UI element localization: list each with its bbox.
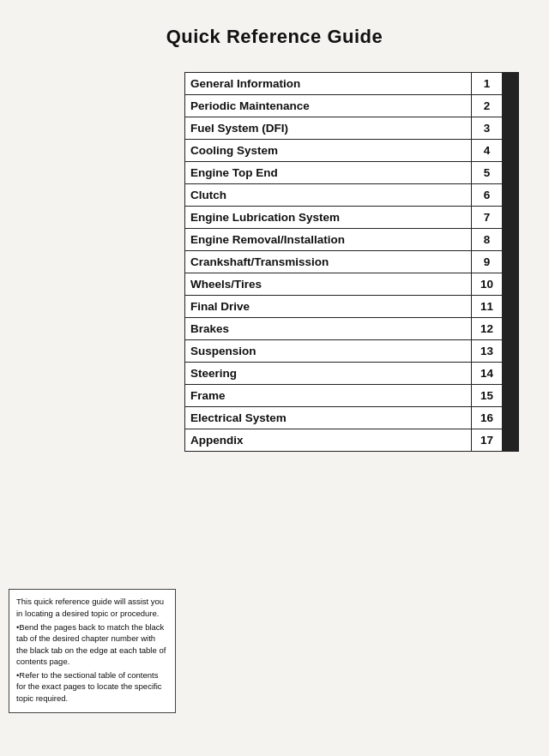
toc-item-number: 1 — [472, 73, 503, 94]
toc-item-tab — [503, 318, 518, 339]
toc-item-tab — [503, 184, 518, 206]
toc-item-number: 3 — [472, 117, 503, 139]
toc-item-number: 2 — [472, 95, 503, 117]
toc-item-number: 14 — [472, 363, 503, 384]
page-title: Quick Reference Guide — [0, 26, 549, 48]
toc-item-number: 16 — [472, 407, 503, 429]
toc-item-tab — [503, 251, 518, 273]
toc-row: Clutch6 — [184, 183, 519, 207]
note-box: This quick reference guide will assist y… — [9, 589, 176, 713]
toc-row: Suspension13 — [184, 339, 519, 363]
toc-item-label: Brakes — [185, 318, 472, 339]
toc-row: Engine Top End5 — [184, 161, 519, 184]
toc-item-number: 4 — [472, 140, 503, 161]
toc-row: Appendix17 — [184, 429, 519, 452]
toc-item-label: Fuel System (DFI) — [185, 117, 472, 139]
toc-item-number: 10 — [472, 273, 503, 295]
toc-item-number: 13 — [472, 340, 503, 362]
toc-item-label: Periodic Maintenance — [185, 95, 472, 117]
toc-row: Fuel System (DFI)3 — [184, 117, 519, 140]
toc-item-label: Clutch — [185, 184, 472, 206]
toc-item-number: 7 — [472, 207, 503, 228]
toc-row: Wheels/Tires10 — [184, 273, 519, 296]
note-bullet1: •Bend the pages back to match the black … — [16, 621, 168, 667]
toc-table: General Information1Periodic Maintenance… — [184, 72, 519, 452]
toc-item-tab — [503, 429, 518, 451]
toc-item-number: 11 — [472, 296, 503, 317]
toc-row: General Information1 — [184, 72, 519, 95]
toc-item-tab — [503, 207, 518, 228]
toc-row: Brakes12 — [184, 317, 519, 340]
toc-row: Electrical System16 — [184, 406, 519, 429]
toc-row: Engine Removal/Installation8 — [184, 228, 519, 251]
toc-item-label: Steering — [185, 363, 472, 384]
toc-item-label: Engine Removal/Installation — [185, 229, 472, 250]
toc-item-tab — [503, 117, 518, 139]
toc-item-tab — [503, 273, 518, 295]
toc-item-number: 6 — [472, 184, 503, 206]
toc-item-tab — [503, 229, 518, 250]
note-intro: This quick reference guide will assist y… — [16, 596, 168, 619]
toc-item-label: Engine Top End — [185, 162, 472, 183]
page-container: Quick Reference Guide General Informatio… — [0, 0, 549, 756]
toc-item-label: Cooling System — [185, 140, 472, 161]
toc-item-number: 12 — [472, 318, 503, 339]
toc-item-tab — [503, 73, 518, 94]
toc-item-tab — [503, 407, 518, 429]
toc-row: Steering14 — [184, 362, 519, 385]
toc-item-label: Frame — [185, 385, 472, 406]
toc-row: Crankshaft/Transmission9 — [184, 250, 519, 273]
toc-item-tab — [503, 140, 518, 161]
toc-item-tab — [503, 162, 518, 183]
toc-row: Engine Lubrication System7 — [184, 206, 519, 229]
toc-row: Periodic Maintenance2 — [184, 94, 519, 117]
toc-row: Frame15 — [184, 384, 519, 407]
toc-row: Cooling System4 — [184, 139, 519, 162]
toc-item-tab — [503, 95, 518, 117]
toc-item-tab — [503, 340, 518, 362]
toc-item-label: Suspension — [185, 340, 472, 362]
toc-item-number: 9 — [472, 251, 503, 273]
note-bullet2: •Refer to the sectional table of content… — [16, 669, 168, 704]
toc-item-number: 5 — [472, 162, 503, 183]
toc-item-tab — [503, 296, 518, 317]
toc-item-label: Appendix — [185, 429, 472, 451]
toc-item-label: Crankshaft/Transmission — [185, 251, 472, 273]
toc-item-label: General Information — [185, 73, 472, 94]
toc-row: Final Drive11 — [184, 295, 519, 318]
toc-item-label: Electrical System — [185, 407, 472, 429]
toc-item-tab — [503, 385, 518, 406]
toc-item-number: 8 — [472, 229, 503, 250]
toc-item-label: Final Drive — [185, 296, 472, 317]
toc-item-label: Wheels/Tires — [185, 273, 472, 295]
toc-item-number: 15 — [472, 385, 503, 406]
toc-item-label: Engine Lubrication System — [185, 207, 472, 228]
toc-item-number: 17 — [472, 429, 503, 451]
toc-item-tab — [503, 363, 518, 384]
